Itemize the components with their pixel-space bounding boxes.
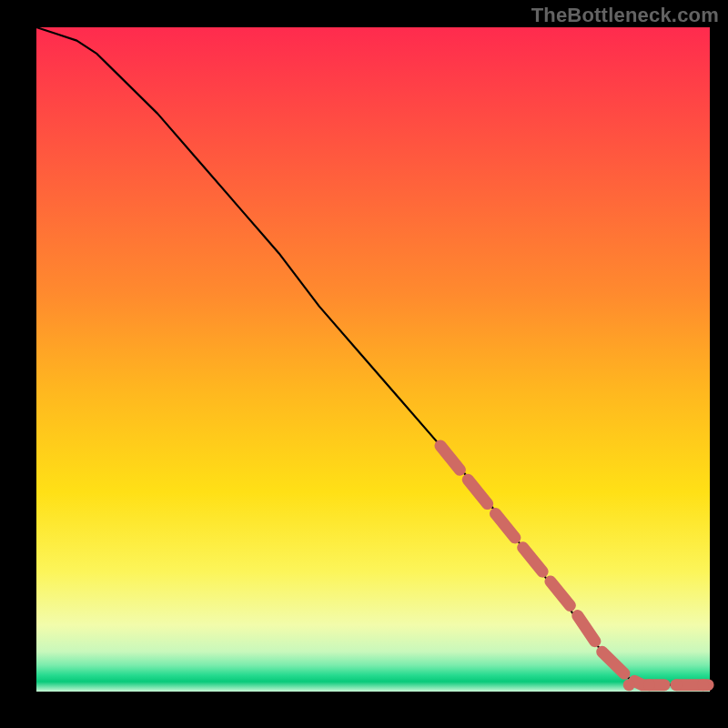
chart-stage: TheBottleneck.com xyxy=(0,0,728,728)
highlight-dot xyxy=(671,679,682,691)
chart-svg xyxy=(0,0,728,728)
watermark-text: TheBottleneck.com xyxy=(531,4,719,27)
highlight-dot xyxy=(697,679,709,691)
highlight-dot xyxy=(643,679,655,691)
highlight-dot xyxy=(623,679,635,691)
plot-background xyxy=(36,27,710,692)
